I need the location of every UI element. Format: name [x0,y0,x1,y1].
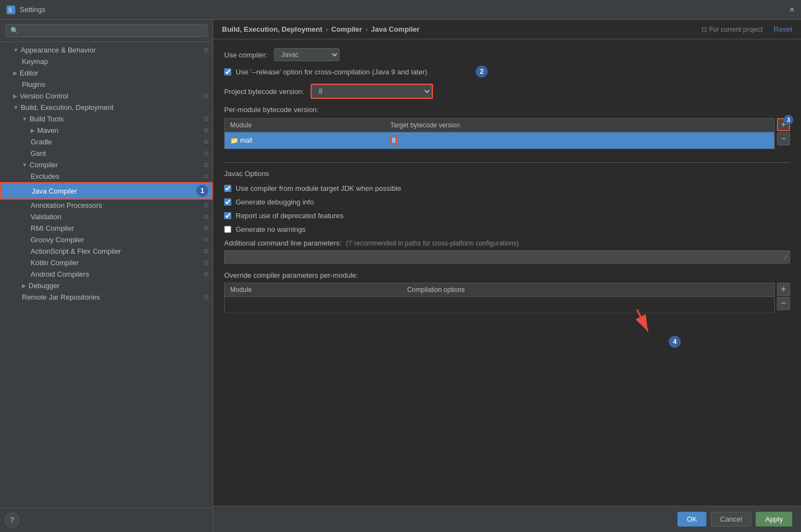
breadcrumb-part-2: Compiler [331,25,362,33]
remove-module-button[interactable]: − [777,132,790,145]
content-area: Build, Execution, Deployment › Compiler … [213,20,801,532]
cancel-button[interactable]: Cancel [711,512,751,527]
override-params-section: Override compiler parameters per-module:… [224,271,790,318]
sidebar-item-label: Java Compiler [32,187,191,195]
use-compiler-label: Use compiler: [224,51,267,59]
sidebar-item-plugins[interactable]: Plugins [0,79,213,90]
table-row[interactable]: 📁 mall 8 [225,132,775,149]
bytecode-select[interactable]: 8 11 17 [312,85,432,98]
module-jdk-checkbox[interactable] [224,185,231,192]
additional-params-hint: ('/' recommended in paths for cross-plat… [346,239,519,247]
expand-arrow: ▼ [13,47,19,53]
sidebar-item-label: Build Tools [30,115,204,123]
ok-button[interactable]: OK [677,512,706,527]
sidebar-item-build-execution[interactable]: ▼ Build, Execution, Deployment [0,102,213,113]
sidebar-item-annotation-processors[interactable]: Annotation Processors ⧉ [0,200,213,211]
divider-1 [224,162,790,163]
bytecode-select-wrapper: 8 11 17 [311,84,433,99]
breadcrumb-part-1: Build, Execution, Deployment [222,25,322,33]
window-title: Settings [20,5,45,14]
bytecode-version-row: Project bytecode version: 8 11 17 [224,84,790,99]
override-label: Override compiler parameters per-module: [224,271,358,279]
sidebar-item-remote-jar[interactable]: Remote Jar Repositories ⧉ [0,291,213,303]
expand-arrow: ▶ [13,70,17,76]
close-button[interactable]: × [790,5,794,15]
debug-info-checkbox[interactable] [224,198,231,206]
expand-arrow: ▼ [22,116,27,122]
module-jdk-label: Use compiler from module target JDK when… [236,184,401,192]
sidebar-item-java-compiler[interactable]: Java Compiler 1 ⧉ [0,182,213,200]
badge-4: 4 [669,336,681,348]
sidebar-item-label: Gradle [31,138,204,146]
sidebar-item-editor[interactable]: ▶ Editor [0,67,213,79]
sidebar-item-label: Excludes [31,172,204,180]
cross-compile-checkbox[interactable] [224,68,231,75]
reset-button[interactable]: Reset [774,25,792,33]
override-label-row: Override compiler parameters per-module: [224,271,790,279]
sidebar-item-version-control[interactable]: ▶ Version Control ⧉ [0,90,213,102]
remove-override-button[interactable]: − [777,297,790,310]
copy-icon: ⧉ [204,173,208,180]
module-col-header: Module [225,119,385,132]
app-icon: S [7,5,15,14]
additional-params-input-row: ⤢ [224,250,790,264]
sidebar-item-gant[interactable]: Gant ⧉ [0,148,213,159]
copy-icon: ⧉ [204,127,208,134]
sidebar-item-android[interactable]: Android Compilers ⧉ [0,268,213,280]
sidebar-item-debugger[interactable]: ▶ Debugger [0,280,213,291]
sidebar-item-keymap[interactable]: Keymap [0,56,213,67]
bottom-bar: OK Cancel Apply [213,506,801,532]
sidebar-item-label: Debugger [28,282,208,290]
compiler-dropdown[interactable]: Javac Eclipse Jikes [274,48,340,61]
sidebar-tree: ▼ Appearance & Behavior ⧉ Keymap ▶ Edito… [0,42,213,508]
sidebar-item-appearance[interactable]: ▼ Appearance & Behavior ⧉ [0,44,213,56]
version-col-header: Target bytecode version [385,119,775,132]
copy-icon: ⧉ [204,259,208,266]
debug-info-label: Generate debugging info [236,198,314,206]
badge-3: 3 [784,115,793,125]
sidebar-item-label: Remote Jar Repositories [22,293,204,301]
for-project-label: ⊡ For current project [701,26,763,33]
copy-icon: ⧉ [204,294,208,301]
sidebar-item-label: RMI Compiler [31,224,204,232]
expand-icon[interactable]: ⤢ [783,254,788,261]
expand-arrow: ▼ [22,162,27,168]
version-cell: 8 [385,132,775,149]
copy-icon: ⧉ [204,213,208,220]
sidebar-item-actionscript[interactable]: ActionScript & Flex Compiler ⧉ [0,245,213,257]
sidebar-item-kotlin[interactable]: Kotlin Compiler ⧉ [0,257,213,268]
apply-button[interactable]: Apply [756,512,792,527]
override-table-section: Module Compilation options + − [224,283,790,318]
add-module-button[interactable]: + 3 [777,118,790,131]
empty-cell [225,297,775,313]
override-table-buttons: + − [777,283,790,318]
sidebar-item-label: Android Compilers [31,270,204,278]
sidebar-item-gradle[interactable]: Gradle ⧉ [0,136,213,148]
sidebar-item-label: Build, Execution, Deployment [21,103,208,112]
compiler-select-row: Use compiler: Javac Eclipse Jikes [224,48,790,61]
sidebar-item-compiler[interactable]: ▼ Compiler ⧉ [0,159,213,171]
add-override-button[interactable]: + [777,283,790,296]
help-button[interactable]: ? [4,512,20,528]
no-warnings-checkbox[interactable] [224,226,231,233]
sidebar-item-label: Validation [31,213,204,221]
additional-params-input[interactable] [224,250,790,264]
breadcrumb-part-3: Java Compiler [371,25,420,33]
additional-params-section: Additional command line parameters: ('/'… [224,239,790,264]
sidebar-item-groovy-compiler[interactable]: Groovy Compiler ⧉ [0,234,213,245]
additional-params-label: Additional command line parameters: [224,239,342,247]
search-input[interactable] [5,24,207,37]
settings-content: Use compiler: Javac Eclipse Jikes Use '-… [213,39,801,506]
sidebar-item-build-tools[interactable]: ▼ Build Tools ⧉ [0,113,213,125]
override-options-col: Compilation options [402,283,775,297]
sidebar-item-maven[interactable]: ▶ Maven ⧉ [0,125,213,136]
badge-1: 1 [196,185,208,197]
copy-icon: ⧉ [204,161,208,168]
override-table: Module Compilation options [224,283,775,313]
copy-icon: ⧉ [204,150,208,157]
no-warnings-row: Generate no warnings [224,225,790,233]
deprecated-checkbox[interactable] [224,212,231,219]
sidebar-item-rmi-compiler[interactable]: RMI Compiler ⧉ [0,223,213,234]
sidebar-item-validation[interactable]: Validation ⧉ [0,211,213,223]
sidebar-item-excludes[interactable]: Excludes ⧉ [0,171,213,182]
